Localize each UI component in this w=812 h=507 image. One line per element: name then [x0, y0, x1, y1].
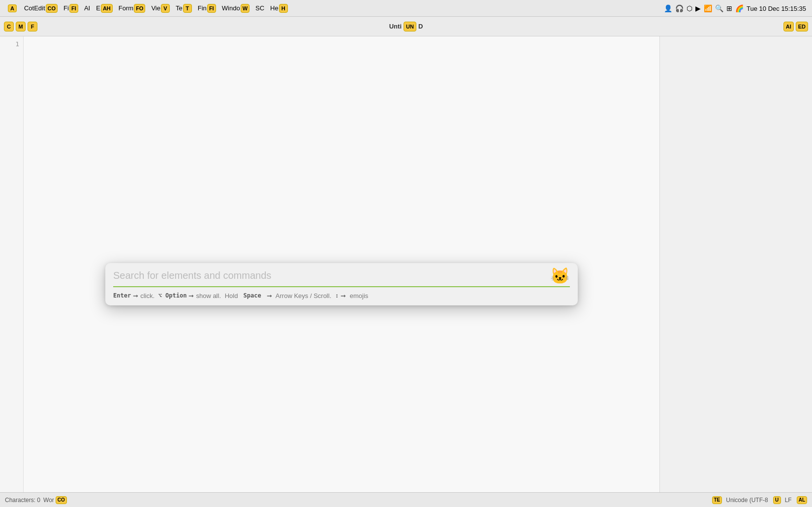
- wifi-icon[interactable]: 📶: [704, 4, 712, 12]
- line-numbers: 1: [0, 36, 24, 492]
- menu-window-badge: W: [241, 4, 250, 13]
- menu-edit-label: E: [96, 4, 100, 12]
- line-number-1: 1: [0, 40, 19, 48]
- menu-window-label: Windo: [222, 4, 240, 12]
- menu-file-label: Fi: [63, 4, 69, 12]
- menu-help-label: He: [270, 4, 279, 12]
- menu-find-label: Fin: [198, 4, 207, 12]
- menu-ai-label: AI: [84, 4, 90, 12]
- menu-coteditor-label: CotEdit: [24, 4, 45, 12]
- titlebar-badge-m[interactable]: M: [16, 22, 26, 31]
- command-palette-search: 🐱: [105, 263, 578, 286]
- hint-option-key: ⌥ Option: [158, 292, 187, 299]
- encoding-badge-te[interactable]: TE: [712, 496, 722, 504]
- menubar: A CotEdit CO Fi FI AI E AH Form FO Vie V…: [0, 0, 812, 17]
- menu-ai[interactable]: AI: [82, 2, 93, 15]
- statusbar: Characters: 0 Wor CO TE Unicode (UTF-8 U…: [0, 492, 812, 507]
- hint-arrow-1: ➞: [133, 292, 138, 299]
- menu-edit-badge: AH: [101, 4, 113, 13]
- menu-format-badge: FO: [134, 4, 145, 13]
- menu-help[interactable]: He H: [268, 2, 290, 15]
- titlebar-badge-ed[interactable]: ED: [796, 22, 808, 31]
- user-icon[interactable]: 👤: [664, 4, 672, 12]
- status-right: TE Unicode (UTF-8 U LF AL: [711, 496, 808, 504]
- menu-text-label: Te: [176, 4, 183, 12]
- words-badge: CO: [56, 496, 67, 504]
- document-title: Unti UN D: [389, 22, 423, 31]
- menu-find[interactable]: Fin FI: [195, 2, 219, 15]
- hint-colon-key: :: [335, 292, 339, 299]
- titlebar: C M F Unti UN D AI ED: [0, 17, 812, 36]
- menu-script[interactable]: SC: [253, 2, 267, 15]
- titlebar-badge-f[interactable]: F: [28, 22, 37, 31]
- menu-help-badge: H: [279, 4, 288, 13]
- menu-file[interactable]: Fi FI: [61, 2, 81, 15]
- apple-menu[interactable]: A: [4, 2, 21, 15]
- command-palette-hint: Enter ➞ click. ⌥ Option ➞ show all. Hold…: [105, 287, 578, 305]
- hint-click-text: click.: [140, 292, 156, 299]
- menu-view-badge: V: [161, 4, 170, 13]
- encoding-badge-u: U: [773, 496, 781, 504]
- hint-arrow-3: ➞: [267, 292, 272, 299]
- title-suffix: D: [418, 23, 423, 30]
- command-palette[interactable]: 🐱 Enter ➞ click. ⌥ Option ➞ show all. Ho…: [105, 263, 578, 305]
- hint-arrow-4: ➞: [341, 292, 346, 299]
- control-center-icon[interactable]: ⊞: [726, 4, 732, 12]
- words-label: Wor: [43, 497, 54, 504]
- menu-text-badge: T: [183, 4, 192, 13]
- command-palette-overlay: 🐱 Enter ➞ click. ⌥ Option ➞ show all. Ho…: [24, 36, 659, 492]
- headphones-icon[interactable]: 🎧: [675, 4, 684, 12]
- menu-view[interactable]: Vie V: [149, 2, 172, 15]
- menu-script-label: SC: [255, 4, 264, 12]
- menu-window[interactable]: Windo W: [219, 2, 252, 15]
- apple-badge: A: [8, 4, 17, 12]
- system-time: Tue 10 Dec 15:15:35: [747, 5, 806, 12]
- titlebar-badge-ai[interactable]: AI: [783, 22, 794, 31]
- lf-label: LF: [785, 497, 792, 504]
- system-tray: 👤 🎧 ⬡ ▶ 📶 🔍 ⊞ 🌈 Tue 10 Dec 15:15:35: [664, 0, 812, 17]
- menu-text[interactable]: Te T: [173, 2, 194, 15]
- menu-format-label: Form: [119, 4, 133, 12]
- editor-area: 1 🐱 Enter ➞ click. ⌥ Option: [0, 36, 812, 492]
- right-panel: [659, 36, 812, 492]
- al-badge[interactable]: AL: [797, 496, 807, 504]
- search-icon[interactable]: 🔍: [715, 4, 723, 12]
- bluetooth-icon[interactable]: ⬡: [687, 4, 692, 12]
- titlebar-right: AI ED: [783, 22, 808, 31]
- hint-arrowkeys-text: Arrow Keys / Scroll.: [274, 292, 333, 299]
- menu-view-label: Vie: [151, 4, 160, 12]
- hint-arrow-2: ➞: [188, 292, 194, 299]
- titlebar-badge-c[interactable]: C: [4, 22, 14, 31]
- menu-find-badge: FI: [207, 4, 216, 13]
- menu-format[interactable]: Form FO: [116, 2, 148, 15]
- hint-space-key: Space: [240, 292, 265, 299]
- hint-enter-key: Enter: [113, 292, 131, 299]
- colorful-icon[interactable]: 🌈: [735, 4, 744, 12]
- encoding-label: Unicode (UTF-8: [726, 497, 768, 504]
- editor-content[interactable]: 🐱 Enter ➞ click. ⌥ Option ➞ show all. Ho…: [24, 36, 659, 492]
- hint-hold-text: Hold: [225, 292, 238, 299]
- characters-label: Characters: 0: [5, 497, 40, 504]
- title-badge-un: UN: [404, 22, 416, 31]
- hint-showall-text: show all.: [196, 292, 222, 299]
- play-icon[interactable]: ▶: [695, 4, 701, 12]
- menu-edit[interactable]: E AH: [94, 2, 115, 15]
- menu-file-badge: FI: [69, 4, 78, 13]
- hint-emojis-text: emojis: [348, 292, 368, 299]
- command-palette-input[interactable]: [113, 270, 570, 281]
- menu-coteditor-badge: CO: [46, 4, 58, 13]
- titlebar-left: C M F: [4, 22, 37, 31]
- title-text: Unti: [389, 23, 402, 30]
- menu-coteditor[interactable]: CotEdit CO: [22, 2, 60, 15]
- cat-icon: 🐱: [550, 268, 570, 284]
